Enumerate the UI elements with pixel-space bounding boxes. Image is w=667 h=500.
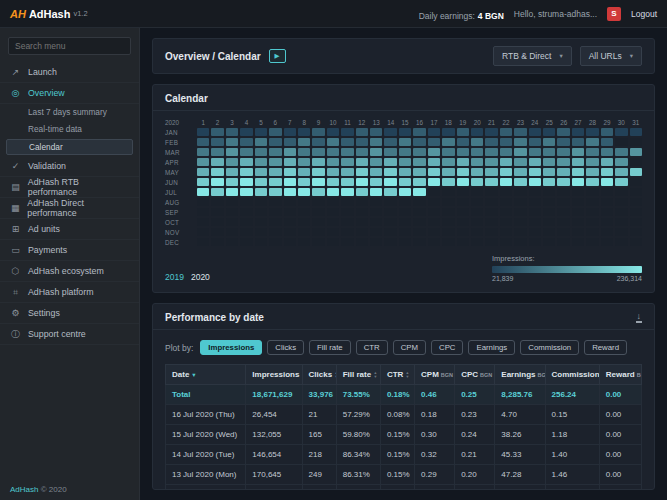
sidebar-subitem-real-time-data[interactable]: Real-time data — [0, 121, 139, 138]
table-cell: 187 — [302, 485, 336, 491]
logout-button[interactable]: Logout — [631, 9, 657, 19]
col-header-cpc[interactable]: CPCBGN▴▾ — [455, 365, 495, 385]
sidebar-item-payments[interactable]: ▭Payments — [0, 240, 139, 261]
calendar-cell — [370, 128, 382, 136]
calendar-day-header: 16 — [413, 119, 425, 126]
calendar-cell — [327, 218, 339, 226]
calendar-cell — [255, 198, 267, 206]
col-header-cpm[interactable]: CPMBGN▴▾ — [415, 365, 455, 385]
col-header-ctr[interactable]: CTR▴▾ — [380, 365, 414, 385]
calendar-month-label: JAN — [165, 129, 195, 136]
sidebar-subitem-last-7-days-summary[interactable]: Last 7 days summary — [0, 104, 139, 121]
calendar-cell — [298, 238, 310, 246]
sidebar-item-adhash-platform[interactable]: ⌗AdHash platform — [0, 282, 139, 303]
calendar-cell — [327, 198, 339, 206]
chip-commission[interactable]: Commission — [520, 340, 579, 355]
chip-clicks[interactable]: Clicks — [267, 340, 304, 355]
year-2019-link[interactable]: 2019 — [165, 272, 184, 282]
col-header-reward[interactable]: RewardBGN▴▾ — [599, 365, 641, 385]
legend-gradient-bar — [492, 266, 642, 273]
chip-cpc[interactable]: CPC — [431, 340, 463, 355]
sidebar-item-ad-units[interactable]: ⊞Ad units — [0, 219, 139, 240]
calendar-cell — [413, 218, 425, 226]
calendar-cell — [529, 238, 541, 246]
calendar-month-label: FEB — [165, 139, 195, 146]
calendar-card: Calendar 2020123456789101112131415161718… — [152, 84, 655, 293]
calendar-cell — [557, 208, 569, 216]
calendar-cell — [601, 208, 613, 216]
calendar-cell — [500, 138, 512, 146]
table-cell: 0.32 — [415, 445, 455, 465]
calendar-cell — [269, 178, 281, 186]
overview-icon: ◎ — [10, 88, 21, 98]
calendar-cell — [514, 148, 526, 156]
sidebar-item-adhash-direct-performance[interactable]: ▦AdHash Direct performance — [0, 198, 139, 219]
calendar-cell — [428, 228, 440, 236]
sidebar-item-adhash-ecosystem[interactable]: ⬡AdHash ecosystem — [0, 261, 139, 282]
download-icon[interactable]: ↓ — [636, 312, 643, 323]
settings-icon: ⚙ — [10, 308, 21, 318]
calendar-cell — [557, 178, 569, 186]
calendar-cell — [500, 228, 512, 236]
chip-impressions[interactable]: Impressions — [200, 340, 262, 355]
table-cell: 47.28 — [495, 465, 545, 485]
table-cell: 0.29 — [415, 465, 455, 485]
calendar-cell — [240, 188, 252, 196]
calendar-cell — [399, 218, 411, 226]
calendar-cell — [312, 218, 324, 226]
calendar-cell — [327, 168, 339, 176]
sidebar-subitem-calendar[interactable]: Calendar — [6, 139, 133, 155]
chip-ctr[interactable]: CTR — [356, 340, 388, 355]
chip-reward[interactable]: Reward — [584, 340, 627, 355]
col-header-clicks[interactable]: Clicks▴▾ — [302, 365, 336, 385]
filter-urls[interactable]: All URLs ▾ — [580, 46, 642, 66]
col-header-fill-rate[interactable]: Fill rate▴▾ — [336, 365, 380, 385]
calendar-cell — [586, 158, 598, 166]
table-cell: 0.24 — [455, 425, 495, 445]
table-cell: 1.08 — [545, 485, 599, 491]
search-input[interactable] — [8, 37, 131, 55]
table-cell: 57.29% — [336, 405, 380, 425]
calendar-cell — [615, 228, 627, 236]
col-header-commission[interactable]: CommissionBGN▴▾ — [545, 365, 599, 385]
calendar-cell — [255, 128, 267, 136]
calendar-cell — [500, 218, 512, 226]
chip-earnings[interactable]: Earnings — [468, 340, 515, 355]
calendar-cell — [572, 198, 584, 206]
sidebar-item-support-centre[interactable]: ⓘSupport centre — [0, 324, 139, 345]
calendar-month-label: JUL — [165, 189, 195, 196]
calendar-cell — [356, 238, 368, 246]
table-cell: 38.26 — [495, 425, 545, 445]
chip-fill-rate[interactable]: Fill rate — [309, 340, 351, 355]
calendar-cell — [543, 198, 555, 206]
calendar-cell — [457, 178, 469, 186]
filter-rtb-direct[interactable]: RTB & Direct ▾ — [493, 46, 572, 66]
calendar-cell — [211, 178, 223, 186]
avatar[interactable]: S — [607, 7, 621, 21]
col-header-impressions[interactable]: Impressions▴▾ — [246, 365, 302, 385]
ecosystem-icon: ⬡ — [10, 266, 21, 276]
col-header-earnings[interactable]: EarningsBGN▴▾ — [495, 365, 545, 385]
calendar-day-header: 17 — [428, 119, 440, 126]
year-2020-link[interactable]: 2020 — [191, 272, 210, 282]
sidebar-item-launch[interactable]: ↗Launch — [0, 62, 139, 83]
calendar-cell — [341, 178, 353, 186]
chip-cpm[interactable]: CPM — [393, 340, 426, 355]
col-header-date[interactable]: Date▾ — [166, 365, 246, 385]
calendar-cell — [471, 218, 483, 226]
sidebar-item-adhash-rtb-performance[interactable]: ▤AdHash RTB performance — [0, 177, 139, 198]
calendar-cell — [485, 228, 497, 236]
daily-earnings-label: Daily earnings: — [419, 11, 475, 21]
sidebar-item-overview[interactable]: ◎Overview — [0, 83, 139, 104]
calendar-cell — [255, 218, 267, 226]
table-cell: 21 — [302, 405, 336, 425]
calendar-cell — [341, 208, 353, 216]
calendar-cell — [384, 238, 396, 246]
table-cell: 0.23 — [455, 405, 495, 425]
calendar-cell — [384, 168, 396, 176]
calendar-day-header: 2 — [211, 119, 223, 126]
sidebar-item-settings[interactable]: ⚙Settings — [0, 303, 139, 324]
calendar-month-label: MAY — [165, 169, 195, 176]
play-button[interactable]: ▶ — [269, 49, 286, 63]
sidebar-item-validation[interactable]: ✓Validation — [0, 156, 139, 177]
